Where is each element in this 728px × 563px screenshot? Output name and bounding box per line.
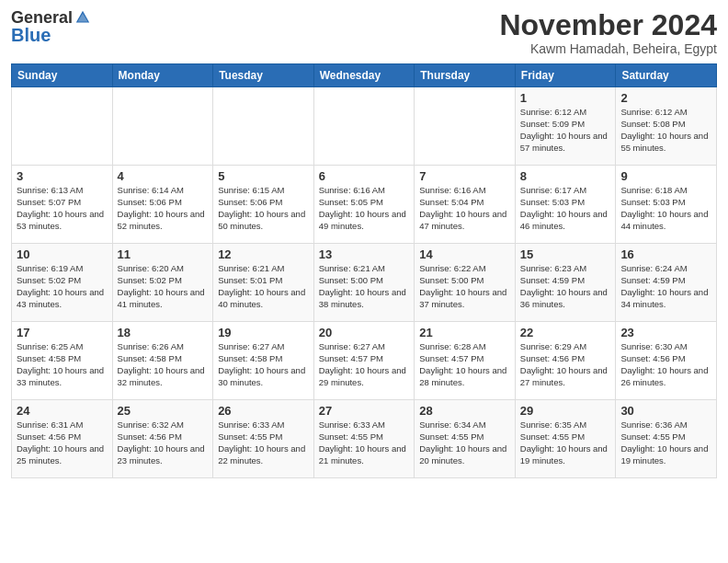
- day-number: 30: [620, 404, 711, 418]
- calendar-day-cell: 7Sunrise: 6:16 AM Sunset: 5:04 PM Daylig…: [415, 166, 516, 244]
- weekday-header: Monday: [112, 64, 213, 87]
- calendar-day-cell: 5Sunrise: 6:15 AM Sunset: 5:06 PM Daylig…: [213, 166, 314, 244]
- calendar-day-cell: 22Sunrise: 6:29 AM Sunset: 4:56 PM Dayli…: [515, 322, 616, 400]
- day-number: 7: [419, 169, 510, 183]
- day-number: 5: [218, 169, 309, 183]
- header: General Blue November 2024 Kawm Hamadah,…: [11, 9, 717, 56]
- month-title: November 2024: [499, 9, 717, 41]
- calendar-week-row: 17Sunrise: 6:25 AM Sunset: 4:58 PM Dayli…: [12, 322, 717, 400]
- calendar-day-cell: 8Sunrise: 6:17 AM Sunset: 5:03 PM Daylig…: [515, 166, 616, 244]
- day-number: 20: [319, 326, 410, 339]
- weekday-header: Saturday: [616, 64, 717, 87]
- day-info: Sunrise: 6:24 AM Sunset: 4:59 PM Dayligh…: [620, 263, 711, 310]
- day-number: 27: [319, 404, 410, 418]
- calendar-day-cell: 18Sunrise: 6:26 AM Sunset: 4:58 PM Dayli…: [112, 322, 213, 400]
- logo-blue: Blue: [11, 26, 51, 44]
- location-title: Kawm Hamadah, Beheira, Egypt: [499, 41, 717, 56]
- calendar-day-cell: 6Sunrise: 6:16 AM Sunset: 5:05 PM Daylig…: [313, 166, 415, 244]
- day-info: Sunrise: 6:22 AM Sunset: 5:00 PM Dayligh…: [419, 263, 510, 310]
- weekday-header: Sunday: [12, 64, 113, 87]
- calendar-day-cell: 9Sunrise: 6:18 AM Sunset: 5:03 PM Daylig…: [616, 166, 717, 244]
- calendar-day-cell: 12Sunrise: 6:21 AM Sunset: 5:01 PM Dayli…: [213, 244, 314, 322]
- day-number: 25: [118, 404, 209, 418]
- weekday-header: Friday: [515, 64, 616, 87]
- page-container: General Blue November 2024 Kawm Hamadah,…: [0, 0, 728, 488]
- day-number: 15: [520, 247, 611, 261]
- weekday-header: Thursday: [415, 64, 516, 87]
- calendar-day-cell: 24Sunrise: 6:31 AM Sunset: 4:56 PM Dayli…: [12, 400, 113, 478]
- day-number: 19: [218, 326, 309, 339]
- day-info: Sunrise: 6:31 AM Sunset: 4:56 PM Dayligh…: [17, 419, 108, 466]
- calendar-day-cell: 3Sunrise: 6:13 AM Sunset: 5:07 PM Daylig…: [12, 166, 113, 244]
- logo: General Blue: [11, 9, 91, 44]
- title-block: November 2024 Kawm Hamadah, Beheira, Egy…: [499, 9, 717, 56]
- logo-icon: [74, 9, 91, 26]
- day-info: Sunrise: 6:33 AM Sunset: 4:55 PM Dayligh…: [319, 419, 410, 466]
- day-info: Sunrise: 6:27 AM Sunset: 4:58 PM Dayligh…: [218, 341, 309, 388]
- day-info: Sunrise: 6:20 AM Sunset: 5:02 PM Dayligh…: [118, 263, 209, 310]
- day-info: Sunrise: 6:19 AM Sunset: 5:02 PM Dayligh…: [17, 263, 108, 310]
- day-info: Sunrise: 6:36 AM Sunset: 4:55 PM Dayligh…: [620, 419, 711, 466]
- day-info: Sunrise: 6:18 AM Sunset: 5:03 PM Dayligh…: [620, 185, 711, 232]
- day-info: Sunrise: 6:14 AM Sunset: 5:06 PM Dayligh…: [118, 185, 209, 232]
- day-number: 14: [419, 247, 510, 261]
- day-number: 2: [620, 91, 711, 105]
- calendar-week-row: 10Sunrise: 6:19 AM Sunset: 5:02 PM Dayli…: [12, 244, 717, 322]
- day-number: 23: [620, 326, 711, 339]
- day-number: 22: [520, 326, 611, 339]
- calendar-day-cell: 4Sunrise: 6:14 AM Sunset: 5:06 PM Daylig…: [112, 166, 213, 244]
- calendar-day-cell: 16Sunrise: 6:24 AM Sunset: 4:59 PM Dayli…: [616, 244, 717, 322]
- calendar-week-row: 24Sunrise: 6:31 AM Sunset: 4:56 PM Dayli…: [12, 400, 717, 478]
- logo-general: General: [11, 9, 73, 26]
- day-number: 4: [118, 169, 209, 183]
- calendar-day-cell: 20Sunrise: 6:27 AM Sunset: 4:57 PM Dayli…: [313, 322, 415, 400]
- empty-day-cell: [313, 87, 415, 166]
- calendar-day-cell: 2Sunrise: 6:12 AM Sunset: 5:08 PM Daylig…: [616, 87, 717, 166]
- day-info: Sunrise: 6:26 AM Sunset: 4:58 PM Dayligh…: [118, 341, 209, 388]
- day-info: Sunrise: 6:15 AM Sunset: 5:06 PM Dayligh…: [218, 185, 309, 232]
- calendar-table: SundayMondayTuesdayWednesdayThursdayFrid…: [11, 63, 717, 478]
- day-info: Sunrise: 6:23 AM Sunset: 4:59 PM Dayligh…: [520, 263, 611, 310]
- day-info: Sunrise: 6:33 AM Sunset: 4:55 PM Dayligh…: [218, 419, 309, 466]
- calendar-day-cell: 26Sunrise: 6:33 AM Sunset: 4:55 PM Dayli…: [213, 400, 314, 478]
- day-info: Sunrise: 6:21 AM Sunset: 5:00 PM Dayligh…: [319, 263, 410, 310]
- calendar-day-cell: 19Sunrise: 6:27 AM Sunset: 4:58 PM Dayli…: [213, 322, 314, 400]
- calendar-day-cell: 29Sunrise: 6:35 AM Sunset: 4:55 PM Dayli…: [515, 400, 616, 478]
- day-number: 3: [17, 169, 108, 183]
- calendar-day-cell: 21Sunrise: 6:28 AM Sunset: 4:57 PM Dayli…: [415, 322, 516, 400]
- day-info: Sunrise: 6:21 AM Sunset: 5:01 PM Dayligh…: [218, 263, 309, 310]
- calendar-header-row: SundayMondayTuesdayWednesdayThursdayFrid…: [12, 64, 717, 87]
- calendar-day-cell: 28Sunrise: 6:34 AM Sunset: 4:55 PM Dayli…: [415, 400, 516, 478]
- day-info: Sunrise: 6:27 AM Sunset: 4:57 PM Dayligh…: [319, 341, 410, 388]
- day-number: 29: [520, 404, 611, 418]
- day-info: Sunrise: 6:13 AM Sunset: 5:07 PM Dayligh…: [17, 185, 108, 232]
- empty-day-cell: [12, 87, 113, 166]
- calendar-day-cell: 15Sunrise: 6:23 AM Sunset: 4:59 PM Dayli…: [515, 244, 616, 322]
- day-number: 13: [319, 247, 410, 261]
- calendar-day-cell: 23Sunrise: 6:30 AM Sunset: 4:56 PM Dayli…: [616, 322, 717, 400]
- empty-day-cell: [415, 87, 516, 166]
- day-info: Sunrise: 6:30 AM Sunset: 4:56 PM Dayligh…: [620, 341, 711, 388]
- day-number: 10: [17, 247, 108, 261]
- day-info: Sunrise: 6:25 AM Sunset: 4:58 PM Dayligh…: [17, 341, 108, 388]
- empty-day-cell: [112, 87, 213, 166]
- day-number: 6: [319, 169, 410, 183]
- calendar-week-row: 3Sunrise: 6:13 AM Sunset: 5:07 PM Daylig…: [12, 166, 717, 244]
- calendar-day-cell: 17Sunrise: 6:25 AM Sunset: 4:58 PM Dayli…: [12, 322, 113, 400]
- day-info: Sunrise: 6:28 AM Sunset: 4:57 PM Dayligh…: [419, 341, 510, 388]
- day-number: 9: [620, 169, 711, 183]
- day-info: Sunrise: 6:32 AM Sunset: 4:56 PM Dayligh…: [118, 419, 209, 466]
- calendar-day-cell: 1Sunrise: 6:12 AM Sunset: 5:09 PM Daylig…: [515, 87, 616, 166]
- day-number: 28: [419, 404, 510, 418]
- day-info: Sunrise: 6:12 AM Sunset: 5:09 PM Dayligh…: [520, 107, 611, 154]
- day-number: 24: [17, 404, 108, 418]
- calendar-day-cell: 10Sunrise: 6:19 AM Sunset: 5:02 PM Dayli…: [12, 244, 113, 322]
- day-number: 12: [218, 247, 309, 261]
- calendar-day-cell: 27Sunrise: 6:33 AM Sunset: 4:55 PM Dayli…: [313, 400, 415, 478]
- day-number: 8: [520, 169, 611, 183]
- day-info: Sunrise: 6:17 AM Sunset: 5:03 PM Dayligh…: [520, 185, 611, 232]
- calendar-day-cell: 14Sunrise: 6:22 AM Sunset: 5:00 PM Dayli…: [415, 244, 516, 322]
- day-info: Sunrise: 6:16 AM Sunset: 5:05 PM Dayligh…: [319, 185, 410, 232]
- calendar-day-cell: 13Sunrise: 6:21 AM Sunset: 5:00 PM Dayli…: [313, 244, 415, 322]
- day-info: Sunrise: 6:16 AM Sunset: 5:04 PM Dayligh…: [419, 185, 510, 232]
